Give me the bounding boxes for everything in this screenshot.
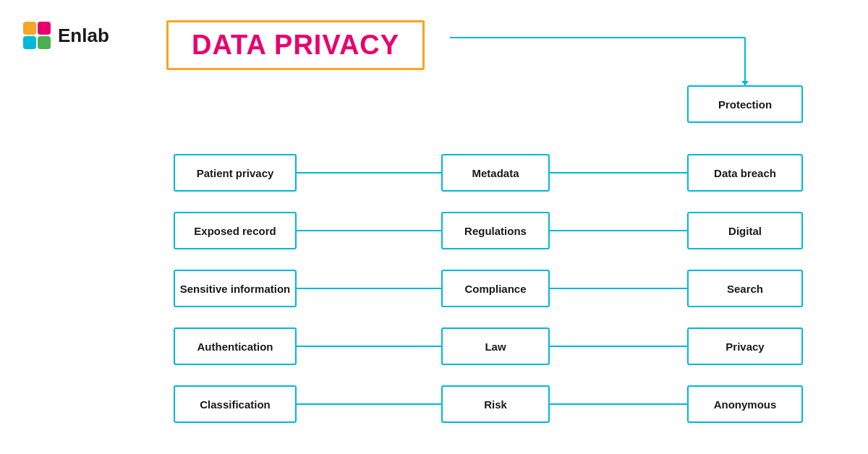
risk-node: Risk	[441, 385, 550, 423]
compliance-node: Compliance	[441, 270, 550, 307]
protection-node: Protection	[687, 85, 803, 123]
sensitive-info-node: Sensitive information	[174, 270, 297, 307]
data-breach-node: Data breach	[687, 154, 803, 192]
digital-node: Digital	[687, 212, 803, 249]
anonymous-node: Anonymous	[687, 385, 803, 423]
regulations-node: Regulations	[441, 212, 550, 249]
authentication-node: Authentication	[174, 327, 297, 365]
classification-node: Classification	[174, 385, 297, 423]
law-node: Law	[441, 327, 550, 365]
patient-privacy-node: Patient privacy	[174, 154, 297, 192]
exposed-record-node: Exposed record	[174, 212, 297, 249]
privacy-node: Privacy	[687, 327, 803, 365]
metadata-node: Metadata	[441, 154, 550, 192]
search-node: Search	[687, 270, 803, 307]
